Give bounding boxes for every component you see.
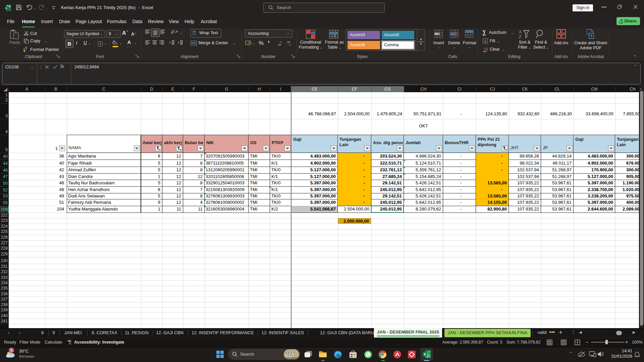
svg-text:Z: Z [519,35,521,39]
svg-text:x: x [6,6,7,10]
svg-text:→0: →0 [286,43,291,46]
svg-text:.00: .00 [277,43,281,46]
svg-text:A: A [519,30,522,35]
svg-text:X: X [424,353,426,356]
